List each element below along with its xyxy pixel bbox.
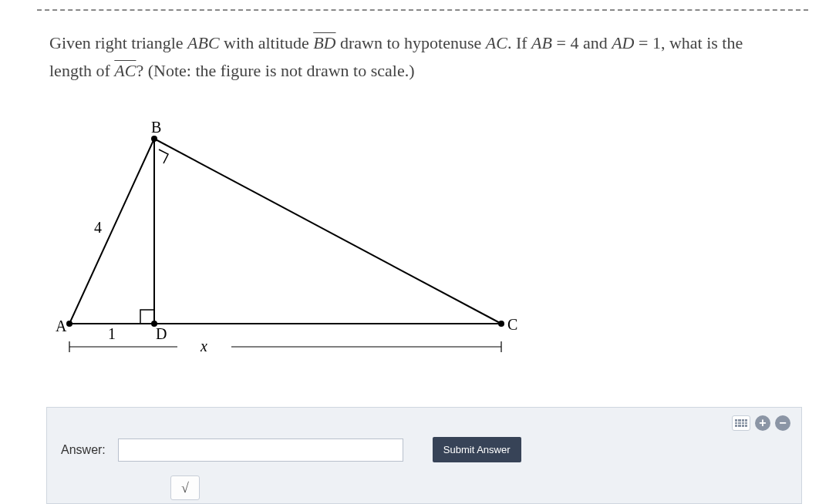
q-text: drawn to hypotenuse <box>336 33 486 52</box>
section-divider <box>37 9 808 11</box>
answer-input[interactable] <box>118 438 403 462</box>
q-text: . If <box>507 33 531 52</box>
label-x: x <box>200 338 207 354</box>
q-text: with altitude <box>220 33 314 52</box>
q-eq2-eq: = <box>634 33 652 52</box>
q-triangle: ABC <box>187 33 220 52</box>
vertex-C: C <box>507 316 517 333</box>
svg-point-6 <box>498 321 504 327</box>
page: Given right triangle ABC with altitude B… <box>0 0 819 504</box>
geometry-figure: A B C D 4 1 x <box>46 116 524 370</box>
sqrt-button[interactable]: √ <box>170 475 200 500</box>
zoom-out-button[interactable]: − <box>775 415 790 431</box>
label-AD: 1 <box>108 325 116 342</box>
answer-row: Answer: Submit Answer <box>61 437 789 462</box>
keyboard-button[interactable] <box>732 415 750 431</box>
vertex-D: D <box>156 325 167 342</box>
answer-label: Answer: <box>61 443 106 457</box>
q-hypotenuse: AC <box>486 33 507 52</box>
svg-point-7 <box>151 136 157 142</box>
answer-tools: + − <box>732 415 790 431</box>
q-text: ? (Note: the figure is not drawn to scal… <box>136 61 414 80</box>
question-text: Given right triangle ABC with altitude B… <box>49 29 788 86</box>
q-hypotenuse2: AC <box>114 61 136 80</box>
q-altitude: BD <box>313 33 335 52</box>
svg-line-2 <box>154 139 501 324</box>
answer-panel: + − Answer: Submit Answer √ <box>46 407 802 504</box>
label-AB: 4 <box>94 219 102 236</box>
q-eq1-eq: = <box>552 33 570 52</box>
vertex-A: A <box>56 318 67 334</box>
zoom-in-button[interactable]: + <box>755 415 770 431</box>
submit-button[interactable]: Submit Answer <box>433 437 521 462</box>
svg-point-4 <box>66 321 72 327</box>
q-eq2-right: 1 <box>652 33 661 52</box>
q-text: and <box>578 33 612 52</box>
keyboard-icon <box>735 419 747 427</box>
svg-line-1 <box>69 139 154 324</box>
q-text: Given right triangle <box>49 33 187 52</box>
q-eq1-left: AB <box>531 33 552 52</box>
vertex-B: B <box>151 119 161 136</box>
q-eq1-right: 4 <box>570 33 578 52</box>
q-eq2-left: AD <box>612 33 634 52</box>
